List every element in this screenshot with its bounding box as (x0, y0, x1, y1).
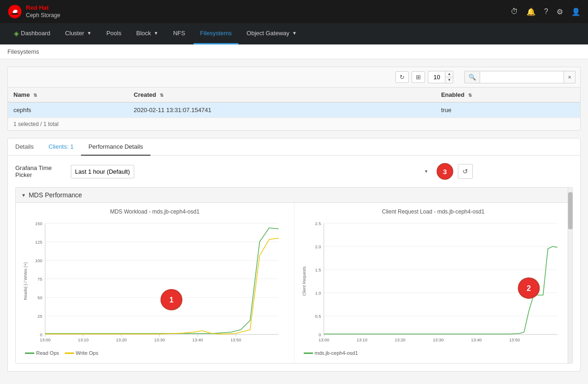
svg-text:0.5: 0.5 (315, 314, 321, 319)
dashboard-icon: ◈ (14, 30, 19, 37)
svg-text:13:10: 13:10 (357, 338, 367, 342)
svg-text:13:40: 13:40 (471, 338, 482, 342)
name-sort-icon: ⇅ (33, 93, 37, 98)
user-icon[interactable]: 👤 (571, 7, 581, 16)
table-row[interactable]: cephfs 2020-02-11 13:31:07.154741 true (8, 102, 580, 118)
mds-section-header[interactable]: ▼ MDS Performance (16, 188, 572, 203)
cluster-caret: ▼ (87, 31, 92, 36)
write-ops-legend-label: Write Ops (76, 350, 99, 356)
col-header-created[interactable]: Created ⇅ (128, 88, 436, 102)
detail-tabs: Details Clients: 1 Performance Details (8, 138, 580, 156)
legend-write-ops: Write Ops (65, 350, 99, 356)
svg-text:13:20: 13:20 (116, 338, 127, 342)
svg-text:100: 100 (35, 258, 42, 263)
section-toggle-icon: ▼ (21, 193, 26, 198)
page-size-down[interactable]: ▼ (445, 77, 453, 83)
settings-icon[interactable]: ⚙ (557, 7, 563, 16)
table-toolbar: ↻ ⊞ ▲ ▼ 🔍 × (8, 67, 580, 88)
svg-text:Reads(-) / Writes (+): Reads(-) / Writes (+) (23, 262, 28, 300)
svg-text:13:30: 13:30 (154, 338, 165, 342)
breadcrumb: Filesystems (0, 44, 588, 59)
chart2-legend: mds.jb-ceph4-osd1 (300, 348, 567, 358)
top-nav: ◈ Dashboard Cluster ▼ Pools Block ▼ NFS … (0, 23, 588, 44)
chart1-svg: 0 25 50 75 100 125 150 Reads(-) / Writes… (21, 219, 288, 348)
brand-line2: Ceph Storage (26, 12, 60, 19)
help-icon[interactable]: ? (544, 7, 548, 16)
page-size-input[interactable] (428, 72, 445, 82)
perf-refresh-icon: ↺ (463, 168, 468, 175)
nav-item-filesystems[interactable]: Filesystems (194, 23, 238, 44)
grid-view-button[interactable]: ⊞ (412, 71, 425, 83)
perf-refresh-button[interactable]: ↺ (458, 164, 473, 179)
chart2-svg: 0 0.5 1.0 1.5 2.0 2.5 Client Requests 13… (300, 219, 567, 348)
tab-clients[interactable]: Clients: 1 (41, 138, 81, 156)
tab-details[interactable]: Details (8, 138, 41, 156)
time-picker-label: Grafana Time Picker (15, 164, 66, 178)
svg-text:13:50: 13:50 (509, 338, 519, 342)
enabled-sort-icon: ⇅ (468, 93, 472, 98)
nav-item-object-gateway[interactable]: Object Gateway ▼ (240, 23, 303, 44)
refresh-button[interactable]: ↻ (395, 71, 409, 83)
search-group: 🔍 × (464, 71, 575, 83)
svg-text:0: 0 (319, 333, 321, 337)
chart1-area: 0 25 50 75 100 125 150 Reads(-) / Writes… (21, 219, 288, 348)
read-ops-legend-line (25, 353, 34, 354)
svg-text:13:40: 13:40 (192, 338, 203, 342)
chart1-title: MDS Workload - mds.jb-ceph4-osd1 (21, 208, 288, 215)
main-content: ↻ ⊞ ▲ ▼ 🔍 × (0, 59, 588, 379)
performance-panel: Grafana Time Picker Last 5 minutes Last … (7, 156, 581, 371)
search-clear-button[interactable]: × (563, 71, 575, 83)
cell-enabled: true (436, 102, 580, 118)
svg-text:13:10: 13:10 (78, 338, 88, 342)
nav-item-pools[interactable]: Pools (100, 23, 128, 44)
nav-label-cluster: Cluster (65, 30, 84, 37)
scrollbar[interactable] (568, 188, 572, 363)
brand: Red Hat Ceph Storage (7, 4, 60, 19)
nav-label-object-gateway: Object Gateway (247, 30, 290, 37)
tab-performance-details[interactable]: Performance Details (81, 138, 150, 156)
time-picker-wrapper: Last 5 minutes Last 15 minutes Last 30 m… (71, 165, 432, 178)
redhat-logo (7, 4, 22, 19)
nav-item-nfs[interactable]: NFS (167, 23, 192, 44)
chart2-title: Client Request Load - mds.jb-ceph4-osd1 (300, 208, 567, 215)
search-button[interactable]: 🔍 (465, 71, 480, 83)
nav-label-nfs: NFS (173, 30, 185, 37)
read-ops-legend-label: Read Ops (36, 350, 59, 356)
nav-label-block: Block (136, 30, 151, 37)
cell-created: 2020-02-11 13:31:07.154741 (128, 102, 436, 118)
legend-mds: mds.jb-ceph4-osd1 (304, 350, 358, 356)
svg-text:2: 2 (526, 284, 531, 292)
tasks-icon[interactable]: ⏱ (511, 7, 518, 16)
page-size-group: ▲ ▼ (428, 71, 453, 83)
page-size-up[interactable]: ▲ (445, 71, 453, 77)
nav-item-cluster[interactable]: Cluster ▼ (59, 23, 98, 44)
search-input[interactable] (480, 71, 563, 83)
svg-text:150: 150 (35, 221, 42, 226)
chart2-area: 0 0.5 1.0 1.5 2.0 2.5 Client Requests 13… (300, 219, 567, 348)
svg-text:2.0: 2.0 (315, 245, 321, 249)
col-header-enabled[interactable]: Enabled ⇅ (436, 88, 580, 102)
nav-label-dashboard: Dashboard (21, 30, 50, 37)
nav-item-dashboard[interactable]: ◈ Dashboard (7, 23, 57, 44)
col-header-name[interactable]: Name ⇅ (8, 88, 128, 102)
nav-label-pools: Pools (106, 30, 122, 37)
svg-text:2.5: 2.5 (315, 221, 321, 226)
svg-text:75: 75 (38, 277, 42, 282)
navbar: Red Hat Ceph Storage ⏱ 🔔 ? ⚙ 👤 (0, 0, 588, 23)
svg-text:1.0: 1.0 (315, 291, 321, 296)
svg-text:0: 0 (40, 333, 42, 337)
nav-item-block[interactable]: Block ▼ (130, 23, 165, 44)
svg-text:125: 125 (35, 240, 42, 245)
svg-text:13:30: 13:30 (432, 338, 443, 342)
brand-line1: Red Hat (26, 4, 60, 12)
svg-text:Client Requests: Client Requests (302, 266, 307, 296)
cell-name: cephfs (8, 102, 128, 118)
time-picker-select[interactable]: Last 5 minutes Last 15 minutes Last 30 m… (71, 165, 134, 178)
svg-text:50: 50 (38, 296, 42, 300)
svg-text:1.5: 1.5 (315, 268, 321, 272)
search-icon: 🔍 (469, 74, 476, 81)
svg-text:13:00: 13:00 (318, 338, 329, 342)
step-badge: 3 (437, 163, 453, 180)
notifications-icon[interactable]: 🔔 (526, 7, 536, 16)
scroll-thumb[interactable] (568, 192, 573, 229)
